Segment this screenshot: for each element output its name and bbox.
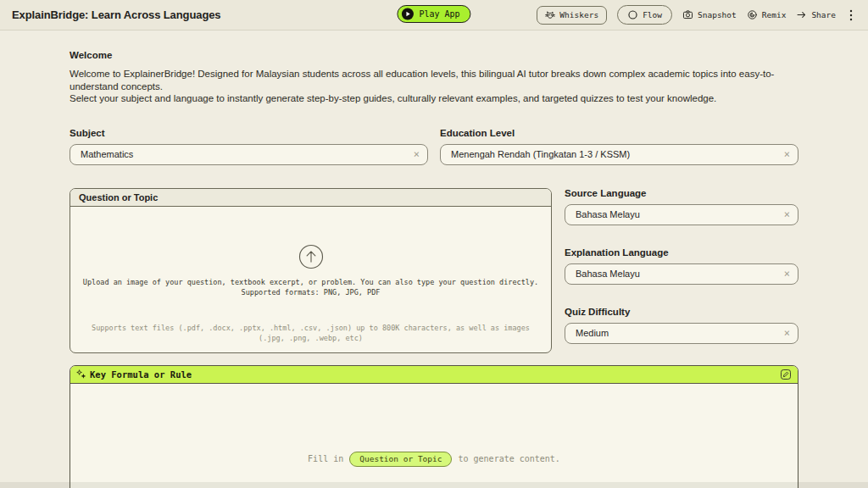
education-level-input[interactable]: Menengah Rendah (Tingkatan 1-3 / KSSM) ×: [440, 144, 798, 165]
edit-pencil-icon: [780, 369, 792, 380]
share-label: Share: [811, 10, 836, 19]
topbar: ExplainBridge: Learn Across Languages Pl…: [0, 0, 868, 30]
key-formula-panel: Key Formula or Rule Fill in Question or …: [70, 365, 798, 488]
remix-button[interactable]: Remix: [747, 9, 787, 20]
empty-state-prefix: Fill in: [308, 454, 343, 463]
more-options-button[interactable]: [846, 8, 856, 23]
play-icon: [401, 8, 414, 20]
main-content: Welcome Welcome to ExplainerBridge! Desi…: [70, 30, 798, 488]
formula-empty-state: Fill in Question or Topic to generate co…: [308, 452, 560, 467]
supported-files-note: Supports text files (.pdf, .docx, .pptx,…: [91, 323, 531, 343]
quiz-difficulty-input[interactable]: Medium ×: [565, 323, 798, 344]
welcome-heading: Welcome: [70, 50, 798, 60]
sparkles-icon: [76, 369, 86, 380]
upload-instructions: Upload an image of your question, textbo…: [80, 277, 542, 297]
play-app-button[interactable]: Play App: [397, 5, 470, 23]
kebab-icon: [849, 9, 853, 21]
explanation-language-field-group: Explanation Language Bahasa Melayu ×: [565, 247, 798, 285]
education-level-clear-icon[interactable]: ×: [784, 149, 790, 159]
options-column: Source Language Bahasa Melayu × Explanat…: [565, 188, 798, 344]
explanation-language-clear-icon[interactable]: ×: [784, 269, 790, 279]
subject-value: Mathematics: [81, 149, 133, 159]
camera-icon: [682, 9, 693, 20]
key-formula-header: Key Formula or Rule: [70, 366, 798, 384]
share-button[interactable]: Share: [796, 9, 836, 20]
question-topic-panel: Question or Topic Upload an image of you…: [70, 188, 552, 353]
source-language-input[interactable]: Bahasa Melayu ×: [565, 204, 798, 225]
source-language-label: Source Language: [565, 188, 798, 198]
formula-row: Key Formula or Rule Fill in Question or …: [70, 365, 798, 488]
upload-icon: [298, 244, 324, 269]
flow-circle-icon: [627, 9, 638, 20]
key-formula-body: Fill in Question or Topic to generate co…: [70, 384, 798, 488]
cat-icon: [545, 10, 555, 20]
explanation-language-value: Bahasa Melayu: [576, 269, 640, 279]
source-language-value: Bahasa Melayu: [576, 209, 640, 219]
share-arrow-icon: [796, 9, 807, 20]
flow-button[interactable]: Flow: [617, 5, 672, 25]
upload-dropzone[interactable]: Upload an image of your question, textbo…: [70, 207, 551, 352]
quiz-difficulty-clear-icon[interactable]: ×: [784, 328, 790, 338]
remix-label: Remix: [762, 10, 787, 19]
question-topic-header: Question or Topic: [70, 189, 551, 207]
explanation-language-input[interactable]: Bahasa Melayu ×: [565, 263, 798, 285]
quiz-difficulty-value: Medium: [576, 328, 609, 338]
subject-field-group: Subject Mathematics ×: [70, 128, 428, 165]
question-topic-pill[interactable]: Question or Topic: [349, 452, 452, 467]
subject-clear-icon[interactable]: ×: [414, 149, 420, 159]
app-title: ExplainBridge: Learn Across Languages: [12, 8, 221, 21]
explanation-language-label: Explanation Language: [565, 247, 798, 258]
empty-state-suffix: to generate content.: [458, 454, 559, 463]
education-level-label: Education Level: [440, 128, 798, 138]
quiz-difficulty-label: Quiz Difficulty: [565, 307, 798, 317]
snapshot-label: Snapshot: [698, 10, 737, 19]
education-level-field-group: Education Level Menengah Rendah (Tingkat…: [440, 128, 798, 165]
subject-education-row: Subject Mathematics × Education Level Me…: [70, 128, 798, 165]
welcome-paragraph-1: Welcome to ExplainerBridge! Designed for…: [70, 68, 798, 92]
source-language-field-group: Source Language Bahasa Melayu ×: [565, 188, 798, 225]
flow-label: Flow: [643, 10, 662, 19]
subject-input[interactable]: Mathematics ×: [70, 144, 428, 165]
key-formula-title: Key Formula or Rule: [90, 369, 192, 380]
whiskers-button[interactable]: Whiskers: [537, 6, 607, 25]
source-language-clear-icon[interactable]: ×: [784, 209, 790, 219]
subject-label: Subject: [70, 128, 428, 138]
edit-formula-button[interactable]: [780, 369, 792, 380]
remix-swirl-icon: [747, 9, 758, 20]
welcome-section: Welcome Welcome to ExplainerBridge! Desi…: [70, 50, 798, 105]
snapshot-button[interactable]: Snapshot: [682, 9, 737, 20]
welcome-paragraph-2: Select your subject and language to inst…: [70, 92, 798, 105]
topbar-actions: Whiskers Flow Snapshot: [537, 5, 856, 25]
play-app-label: Play App: [419, 9, 459, 19]
quiz-difficulty-field-group: Quiz Difficulty Medium ×: [565, 307, 798, 344]
whiskers-label: Whiskers: [559, 10, 598, 19]
education-level-value: Menengah Rendah (Tingkatan 1-3 / KSSM): [451, 149, 630, 159]
question-and-options-row: Question or Topic Upload an image of you…: [70, 188, 798, 353]
